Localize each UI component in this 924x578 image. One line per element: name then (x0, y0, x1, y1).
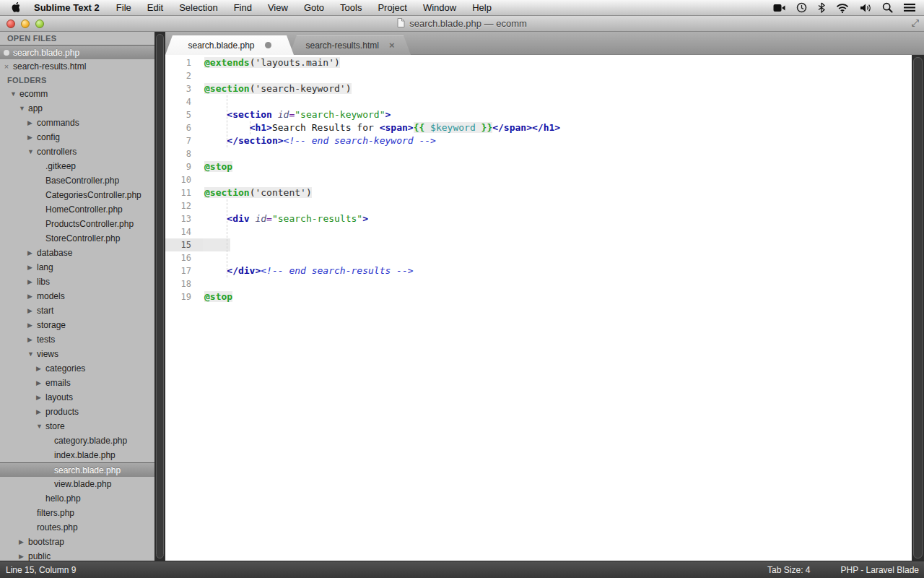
code-line[interactable] (203, 199, 912, 212)
code-line[interactable] (203, 277, 912, 290)
menu-tools[interactable]: Tools (332, 2, 370, 13)
disclosure-triangle-icon[interactable]: ▶ (27, 307, 37, 314)
code-line[interactable]: <section id="search-keyword"> (203, 108, 912, 121)
close-window-button[interactable] (6, 20, 15, 28)
tree-item-views[interactable]: ▼views (0, 347, 154, 361)
disclosure-triangle-icon[interactable]: ▶ (27, 322, 37, 329)
tree-item-app[interactable]: ▼app (0, 101, 154, 116)
tree-item-store[interactable]: ▼store (0, 419, 154, 434)
code-line[interactable] (203, 251, 912, 264)
disclosure-triangle-icon[interactable]: ▶ (27, 119, 37, 126)
disclosure-triangle-icon[interactable]: ▼ (19, 105, 28, 112)
code-line[interactable]: @stop (203, 160, 912, 173)
code-line[interactable] (203, 69, 912, 82)
fullscreen-icon[interactable]: ⤢ (912, 17, 919, 29)
tree-item-models[interactable]: ▶models (0, 289, 154, 303)
disclosure-triangle-icon[interactable]: ▶ (36, 408, 45, 415)
code-line[interactable]: @section('content') (203, 186, 912, 199)
open-file-search-results.html[interactable]: ×search-results.html (0, 59, 154, 74)
tree-item-filters.php[interactable]: filters.php (0, 506, 154, 520)
tree-item-commands[interactable]: ▶commands (0, 116, 154, 130)
tree-item-BaseController.php[interactable]: BaseController.php (0, 173, 154, 188)
code-line[interactable]: @stop (203, 290, 912, 303)
volume-icon[interactable] (860, 3, 871, 13)
tree-item-.gitkeep[interactable]: .gitkeep (0, 159, 154, 173)
tree-item-routes.php[interactable]: routes.php (0, 520, 154, 535)
code-line[interactable] (203, 225, 912, 238)
disclosure-triangle-icon[interactable]: ▶ (19, 538, 28, 545)
video-mirroring-icon[interactable] (773, 4, 785, 12)
tree-item-start[interactable]: ▶start (0, 303, 154, 318)
minimize-window-button[interactable] (21, 20, 30, 28)
tree-item-ProductsController.php[interactable]: ProductsController.php (0, 217, 154, 231)
tree-item-categories[interactable]: ▶categories (0, 361, 154, 376)
tree-item-view.blade.php[interactable]: view.blade.php (0, 477, 154, 491)
notification-center-icon[interactable] (904, 3, 915, 12)
disclosure-triangle-icon[interactable]: ▶ (36, 394, 45, 401)
disclosure-triangle-icon[interactable]: ▼ (27, 350, 37, 358)
editor-scrollbar-thumb[interactable] (913, 57, 923, 558)
menu-view[interactable]: View (260, 2, 296, 13)
tree-item-controllers[interactable]: ▼controllers (0, 144, 154, 159)
window-title-bar[interactable]: search.blade.php — ecomm ⤢ (0, 16, 924, 32)
disclosure-triangle-icon[interactable]: ▶ (19, 553, 28, 560)
open-file-search.blade.php[interactable]: search.blade.php (0, 45, 154, 59)
close-file-icon[interactable]: × (0, 62, 13, 71)
code-line[interactable]: </section><!-- end search-keyword --> (203, 134, 912, 147)
menu-help[interactable]: Help (464, 2, 500, 13)
sidebar-scrollbar-thumb[interactable] (156, 34, 164, 558)
code-line[interactable]: <div id="search-results"> (203, 212, 912, 225)
code-line[interactable] (203, 238, 912, 251)
disclosure-triangle-icon[interactable]: ▼ (10, 90, 19, 98)
tree-item-CategoriesController.php[interactable]: CategoriesController.php (0, 188, 154, 202)
tree-item-libs[interactable]: ▶libs (0, 275, 154, 289)
menu-file[interactable]: File (108, 2, 139, 13)
code-line[interactable]: @extends('layouts.main') (203, 56, 912, 69)
time-machine-icon[interactable] (796, 2, 807, 13)
code-line[interactable]: </div><!-- end search-results --> (203, 264, 912, 277)
disclosure-triangle-icon[interactable]: ▶ (27, 249, 37, 256)
tree-item-StoreController.php[interactable]: StoreController.php (0, 231, 154, 246)
tree-item-bootstrap[interactable]: ▶bootstrap (0, 535, 154, 549)
tree-item-public[interactable]: ▶public (0, 549, 154, 561)
disclosure-triangle-icon[interactable]: ▶ (27, 336, 37, 343)
menu-find[interactable]: Find (226, 2, 260, 13)
code-line[interactable] (203, 147, 912, 160)
disclosure-triangle-icon[interactable]: ▶ (27, 278, 37, 285)
tree-item-emails[interactable]: ▶emails (0, 376, 154, 390)
disclosure-triangle-icon[interactable]: ▶ (36, 365, 45, 372)
disclosure-triangle-icon[interactable]: ▶ (27, 264, 37, 271)
tree-item-database[interactable]: ▶database (0, 246, 154, 260)
code-area[interactable]: @extends('layouts.main')@section('search… (203, 55, 912, 561)
menu-goto[interactable]: Goto (296, 2, 332, 13)
code-line[interactable] (203, 95, 912, 108)
code-line[interactable]: @section('search-keyword') (203, 82, 912, 95)
tree-item-products[interactable]: ▶products (0, 405, 154, 419)
tree-item-lang[interactable]: ▶lang (0, 260, 154, 275)
disclosure-triangle-icon[interactable]: ▶ (27, 134, 37, 141)
tab-size-status[interactable]: Tab Size: 4 (767, 565, 810, 575)
disclosure-triangle-icon[interactable]: ▶ (27, 293, 37, 300)
tree-item-ecomm[interactable]: ▼ecomm (0, 87, 154, 101)
code-line[interactable]: <h1>Search Results for <span>{{ $keyword… (203, 121, 912, 134)
tab-search-results.html[interactable]: search-results.html× (289, 35, 411, 55)
tree-item-HomeController.php[interactable]: HomeController.php (0, 202, 154, 217)
tree-item-index.blade.php[interactable]: index.blade.php (0, 448, 154, 462)
menu-window[interactable]: Window (415, 2, 464, 13)
spotlight-icon[interactable] (882, 2, 893, 13)
tree-item-search.blade.php[interactable]: search.blade.php (0, 462, 154, 477)
tree-item-config[interactable]: ▶config (0, 130, 154, 144)
wifi-icon[interactable] (836, 3, 849, 13)
syntax-status[interactable]: PHP - Laravel Blade (840, 565, 919, 575)
app-menu-name[interactable]: Sublime Text 2 (25, 2, 108, 13)
tree-item-storage[interactable]: ▶storage (0, 318, 154, 332)
menu-edit[interactable]: Edit (139, 2, 171, 13)
disclosure-triangle-icon[interactable]: ▼ (36, 423, 45, 430)
tree-item-hello.php[interactable]: hello.php (0, 491, 154, 506)
menu-selection[interactable]: Selection (171, 2, 225, 13)
tab-search.blade.php[interactable]: search.blade.php (165, 35, 294, 55)
zoom-window-button[interactable] (35, 20, 44, 28)
code-line[interactable] (203, 173, 912, 186)
editor[interactable]: 12345678910111213141516171819 @extends('… (165, 55, 912, 561)
apple-menu-icon[interactable] (0, 2, 25, 13)
